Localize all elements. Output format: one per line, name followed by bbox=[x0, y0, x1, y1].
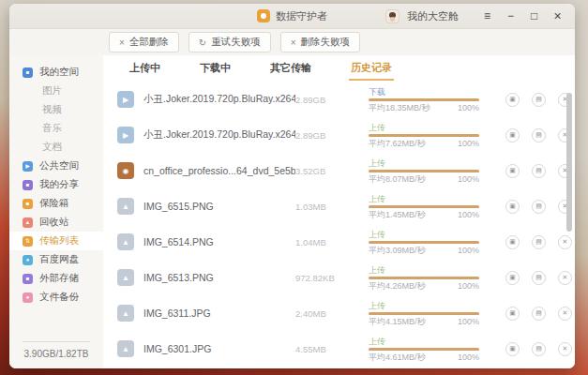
transfer-row[interactable]: ▲ IMG_6301.JPG 4.55MB 上传 平均4.61MB/秒 100%… bbox=[103, 331, 575, 367]
sidebar-item-label: 文档 bbox=[42, 141, 62, 154]
user-name[interactable]: 我的大空舱 bbox=[407, 9, 459, 23]
sidebar-item-sub[interactable]: 视频 bbox=[9, 100, 103, 119]
tab-1[interactable]: 下载中 bbox=[198, 56, 233, 81]
delete-record-icon[interactable]: ✕ bbox=[558, 235, 572, 249]
direction-label: 上传 bbox=[369, 230, 479, 239]
sidebar-item-paper-plane[interactable]: ▶ 公共空间 bbox=[9, 157, 103, 175]
sidebar-item-label: 传输列表 bbox=[39, 234, 79, 248]
average-speed: 平均1.45MB/秒 bbox=[369, 210, 426, 219]
file-name: 小丑.Joker.2019.720p.BluRay.x264.AC3.mkv bbox=[143, 128, 295, 142]
transfer-row[interactable]: ◉ cn_office_professio...64_dvd_5e5be643.… bbox=[103, 153, 575, 188]
open-folder-icon[interactable]: ▣ bbox=[505, 128, 520, 142]
transfer-row[interactable]: ▶ 小丑.Joker.2019.720p.BluRay.x264.AC3.mkv… bbox=[103, 82, 575, 117]
progress-percent: 100% bbox=[458, 210, 479, 219]
toolbar: × 全部删除 ↻ 重试失败项 × 删除失败项 bbox=[9, 29, 575, 55]
tab-2[interactable]: 其它传输 bbox=[268, 56, 313, 81]
close-icon[interactable]: × bbox=[550, 8, 565, 24]
transfer-status: 上传 平均4.15MB/秒 100% bbox=[369, 301, 479, 326]
delete-record-icon[interactable]: ✕ bbox=[558, 271, 572, 285]
direction-label: 上传 bbox=[369, 194, 479, 203]
toolbar-button-label: 重试失败项 bbox=[211, 36, 261, 49]
sidebar-item-label: 百度网盘 bbox=[39, 253, 79, 266]
file-size: 1.03MB bbox=[295, 202, 369, 212]
open-folder-icon[interactable]: ▣ bbox=[505, 342, 520, 356]
file-name: IMG_6513.PNG bbox=[143, 272, 295, 283]
maximize-icon[interactable]: □ bbox=[526, 8, 542, 24]
sidebar-item-backup[interactable]: ● 文件备份 bbox=[9, 288, 103, 307]
backup-icon: ● bbox=[23, 292, 33, 303]
folder-icon: ■ bbox=[23, 68, 33, 78]
sidebar-item-cloud[interactable]: ● 百度网盘 bbox=[9, 250, 103, 269]
tab-0[interactable]: 上传中 bbox=[128, 56, 162, 81]
sidebar-item-label: 文件备份 bbox=[39, 291, 79, 304]
open-file-icon[interactable]: ▤ bbox=[532, 93, 546, 107]
row-actions: ▣▤✕ bbox=[505, 235, 572, 249]
toolbar-button-label: 全部删除 bbox=[129, 36, 169, 49]
open-folder-icon[interactable]: ▣ bbox=[505, 93, 520, 107]
average-speed: 平均18.35MB/秒 bbox=[369, 103, 430, 112]
open-folder-icon[interactable]: ▣ bbox=[505, 164, 520, 178]
sidebar-item-sub[interactable]: 图片 bbox=[9, 82, 103, 100]
progress-percent: 100% bbox=[458, 246, 479, 255]
open-file-icon[interactable]: ▤ bbox=[532, 342, 546, 356]
transfer-status: 上传 平均1.45MB/秒 100% bbox=[369, 194, 479, 219]
sidebar-item-folder[interactable]: ■ 我的空间 bbox=[9, 63, 103, 82]
toolbar-button[interactable]: ↻ 重试失败项 bbox=[188, 32, 271, 52]
file-size: 2.40MB bbox=[295, 308, 369, 319]
sidebar-item-sub[interactable]: 文档 bbox=[9, 138, 103, 157]
sidebar-item-label: 图片 bbox=[42, 84, 62, 98]
open-file-icon[interactable]: ▤ bbox=[532, 307, 546, 321]
transfer-row[interactable]: ▲ IMG_6515.PNG 1.03MB 上传 平均1.45MB/秒 100%… bbox=[103, 188, 575, 224]
sidebar-item-share[interactable]: ■ 我的分享 bbox=[9, 175, 103, 194]
open-folder-icon[interactable]: ▣ bbox=[505, 235, 520, 249]
sidebar-item-safe[interactable]: ■ 保险箱 bbox=[9, 194, 103, 213]
progress-percent: 100% bbox=[458, 317, 479, 326]
direction-label: 上传 bbox=[369, 337, 479, 346]
sidebar-item-usb[interactable]: ■ 外部存储 bbox=[9, 269, 103, 288]
transfer-row[interactable]: ▲ IMG_6311.JPG 2.40MB 上传 平均4.15MB/秒 100%… bbox=[103, 295, 575, 331]
menu-icon[interactable]: ≡ bbox=[479, 8, 495, 24]
toolbar-button[interactable]: × 全部删除 bbox=[109, 32, 179, 52]
file-name: cn_office_professio...64_dvd_5e5be643.is… bbox=[143, 165, 295, 176]
transfer-row[interactable]: ▲ IMG_6513.PNG 972.82KB 上传 平均4.26MB/秒 10… bbox=[103, 260, 575, 295]
safe-icon: ■ bbox=[23, 199, 33, 209]
direction-label: 上传 bbox=[369, 301, 479, 310]
image-file-icon: ▲ bbox=[117, 305, 134, 322]
app-logo-icon bbox=[257, 9, 270, 22]
tab-bar: 上传中下载中其它传输历史记录 bbox=[103, 55, 575, 82]
direction-label: 上传 bbox=[369, 265, 479, 275]
open-file-icon[interactable]: ▤ bbox=[532, 200, 546, 214]
progress-percent: 100% bbox=[458, 139, 479, 148]
open-folder-icon[interactable]: ▣ bbox=[505, 307, 520, 321]
transfer-row[interactable]: ▲ IMG_6514.PNG 1.04MB 上传 平均3.09MB/秒 100%… bbox=[103, 224, 575, 260]
sidebar-item-label: 我的分享 bbox=[39, 178, 79, 191]
app-name: 数据守护者 bbox=[276, 9, 327, 23]
delete-record-icon[interactable]: ✕ bbox=[558, 342, 572, 356]
toolbar-button[interactable]: × 删除失败项 bbox=[280, 32, 360, 52]
progress-bar bbox=[369, 134, 479, 137]
open-folder-icon[interactable]: ▣ bbox=[505, 200, 520, 214]
open-file-icon[interactable]: ▤ bbox=[532, 164, 546, 178]
open-file-icon[interactable]: ▤ bbox=[532, 128, 546, 142]
sidebar-item-trash[interactable]: ▲ 回收站 bbox=[9, 213, 103, 232]
user-avatar[interactable] bbox=[385, 9, 400, 23]
file-size: 4.55MB bbox=[295, 344, 369, 354]
sidebar-item-transfer[interactable]: ⇅ 传输列表 bbox=[9, 232, 103, 250]
file-size: 3.52GB bbox=[295, 166, 369, 176]
scrollbar-thumb[interactable] bbox=[566, 93, 572, 232]
progress-bar bbox=[369, 348, 479, 351]
progress-percent: 100% bbox=[458, 352, 479, 362]
minimize-icon[interactable]: − bbox=[503, 8, 519, 24]
sidebar-item-label: 回收站 bbox=[39, 216, 69, 229]
sidebar-item-label: 外部存储 bbox=[39, 272, 79, 285]
tab-3[interactable]: 历史记录 bbox=[349, 56, 394, 81]
storage-usage: 3.90GB/1.82TB bbox=[21, 349, 92, 359]
open-folder-icon[interactable]: ▣ bbox=[505, 271, 520, 285]
open-file-icon[interactable]: ▤ bbox=[532, 271, 546, 285]
delete-record-icon[interactable]: ✕ bbox=[558, 307, 572, 321]
transfer-row[interactable]: ▶ 小丑.Joker.2019.720p.BluRay.x264.AC3.mkv… bbox=[103, 117, 575, 153]
open-file-icon[interactable]: ▤ bbox=[532, 235, 546, 249]
progress-percent: 100% bbox=[458, 174, 479, 184]
sidebar-item-sub[interactable]: 音乐 bbox=[9, 119, 103, 138]
transfer-list: ▶ 小丑.Joker.2019.720p.BluRay.x264.AC3.mkv… bbox=[103, 82, 575, 368]
